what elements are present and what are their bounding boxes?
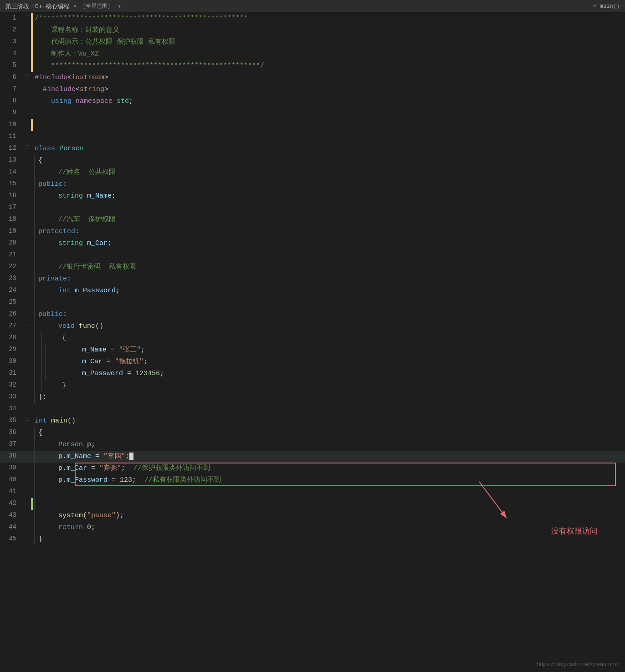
fold-20 bbox=[24, 238, 31, 249]
fold-9 bbox=[24, 107, 31, 119]
code-25 bbox=[40, 297, 625, 309]
fold-30 bbox=[24, 356, 31, 368]
fold-37 bbox=[24, 439, 31, 451]
line-num-35: 35 bbox=[0, 415, 24, 427]
indent-31d bbox=[44, 368, 47, 380]
line-num-5: 5 bbox=[0, 60, 24, 72]
indent-29b bbox=[36, 344, 40, 356]
line-num-30: 30 bbox=[0, 356, 24, 368]
code-14: //姓名 公共权限 bbox=[40, 167, 625, 178]
code-22: //银行卡密码 私有权限 bbox=[40, 261, 625, 273]
fold-29 bbox=[24, 344, 31, 356]
code-38: p.m_Name = "李四"; bbox=[40, 451, 625, 463]
indent-16b bbox=[36, 190, 40, 202]
code-editor: 1 □ /***********************************… bbox=[0, 13, 625, 545]
code-15: public: bbox=[36, 178, 625, 190]
fold-23 bbox=[24, 273, 31, 285]
code-23: private: bbox=[36, 273, 625, 285]
title-bar: 第三阶段：C++核心编程 ▾ （全局范围） ▾ ⊙ main() bbox=[0, 0, 625, 13]
line-21: 21 bbox=[0, 249, 625, 261]
indent-31b bbox=[36, 368, 40, 380]
indent-20 bbox=[33, 238, 36, 249]
line-27: 27 □ void func() bbox=[0, 321, 625, 332]
line-num-21: 21 bbox=[0, 249, 24, 261]
line-2: 2 课程名称：封装的意义 bbox=[0, 25, 625, 36]
func-name: ⊙ main() bbox=[593, 3, 620, 10]
dropdown-icon[interactable]: ▾ bbox=[73, 3, 77, 10]
indent-28b bbox=[36, 332, 40, 344]
line-num-41: 41 bbox=[0, 486, 24, 498]
indent-39 bbox=[33, 463, 36, 474]
line-num-7: 7 bbox=[0, 84, 24, 96]
line-num-26: 26 bbox=[0, 309, 24, 321]
fold-42 bbox=[24, 498, 31, 510]
fold-45 bbox=[24, 534, 31, 545]
code-29: m_Name = "张三"; bbox=[47, 344, 625, 356]
fold-41 bbox=[24, 486, 31, 498]
indent-27 bbox=[33, 321, 36, 332]
code-31: m_Password = 123456; bbox=[47, 368, 625, 380]
line-5: 5 **************************************… bbox=[0, 60, 625, 72]
code-2: 课程名称：封装的意义 bbox=[33, 25, 625, 36]
indent-23 bbox=[33, 273, 36, 285]
code-26: public: bbox=[36, 309, 625, 321]
fold-35[interactable]: □ bbox=[24, 415, 31, 427]
line-num-24: 24 bbox=[0, 285, 24, 297]
fold-6[interactable]: □ bbox=[24, 72, 31, 84]
scope-dropdown-icon[interactable]: ▾ bbox=[118, 3, 121, 10]
indent-21 bbox=[33, 249, 36, 261]
line-36: 36 { bbox=[0, 427, 625, 439]
line-20: 20 string m_Car; bbox=[0, 238, 625, 249]
line-num-20: 20 bbox=[0, 238, 24, 249]
fold-39 bbox=[24, 463, 31, 474]
line-num-37: 37 bbox=[0, 439, 24, 451]
fold-10 bbox=[24, 119, 31, 131]
fold-27[interactable]: □ bbox=[24, 321, 31, 332]
fold-44 bbox=[24, 522, 31, 534]
fold-21 bbox=[24, 249, 31, 261]
indent-33 bbox=[33, 392, 36, 403]
indent-27b bbox=[36, 321, 40, 332]
error-container: 39 p.m_Car = "奔驰"; //保护权限类外访问不到 40 p.m_P… bbox=[0, 463, 625, 486]
line-14: 14 //姓名 公共权限 bbox=[0, 167, 625, 178]
indent-17b bbox=[36, 202, 40, 214]
code-13: { bbox=[36, 155, 625, 167]
code-36: { bbox=[36, 427, 625, 439]
fold-1[interactable]: □ bbox=[24, 13, 31, 25]
indent-25 bbox=[33, 297, 36, 309]
line-18: 18 //汽车 保护权限 bbox=[0, 214, 625, 226]
code-12: class Person bbox=[33, 143, 625, 155]
line-22: 22 //银行卡密码 私有权限 bbox=[0, 261, 625, 273]
code-42 bbox=[40, 498, 625, 510]
line-num-39: 39 bbox=[0, 463, 24, 474]
fold-12[interactable]: □ bbox=[24, 143, 31, 155]
indent-30c bbox=[40, 356, 44, 368]
line-num-17: 17 bbox=[0, 202, 24, 214]
fold-3 bbox=[24, 36, 31, 48]
fold-25 bbox=[24, 297, 31, 309]
line-num-44: 44 bbox=[0, 522, 24, 534]
line-37: 37 Person p; bbox=[0, 439, 625, 451]
line-num-15: 15 bbox=[0, 178, 24, 190]
line-39: 39 p.m_Car = "奔驰"; //保护权限类外访问不到 bbox=[0, 463, 625, 474]
indent-14b bbox=[36, 167, 40, 178]
code-9 bbox=[33, 107, 625, 119]
code-18: //汽车 保护权限 bbox=[40, 214, 625, 226]
line-9: 9 bbox=[0, 107, 625, 119]
line-16: 16 string m_Name; bbox=[0, 190, 625, 202]
code-27: void func() bbox=[40, 321, 625, 332]
scope-label: （全局范围） bbox=[80, 2, 113, 10]
line-num-4: 4 bbox=[0, 48, 24, 60]
code-43: system("pause"); bbox=[40, 510, 625, 522]
code-7: #include<string> bbox=[33, 84, 625, 96]
indent-18 bbox=[33, 214, 36, 226]
indent-24 bbox=[33, 285, 36, 297]
line-13: 13 { bbox=[0, 155, 625, 167]
fold-26 bbox=[24, 309, 31, 321]
fold-32 bbox=[24, 380, 31, 392]
fold-33 bbox=[24, 392, 31, 403]
line-num-13: 13 bbox=[0, 155, 24, 167]
line-3: 3 代码演示：公共权限 保护权限 私有权限 bbox=[0, 36, 625, 48]
line-10: 10 bbox=[0, 119, 625, 131]
line-38: 38 p.m_Name = "李四"; bbox=[0, 451, 625, 463]
